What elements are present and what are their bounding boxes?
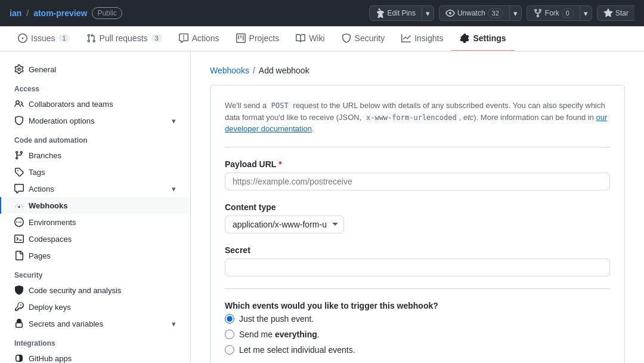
sidebar-item-general[interactable]: General xyxy=(0,61,190,78)
radio-push-input[interactable] xyxy=(225,314,234,324)
pr-icon xyxy=(86,33,96,43)
fork-dropdown[interactable]: ▾ xyxy=(580,5,592,21)
sidebar-item-environments[interactable]: Environments xyxy=(0,214,190,230)
edit-pins-label: Edit Pins xyxy=(388,9,416,17)
tab-settings-label: Settings xyxy=(473,33,506,43)
fork-group: Fork 0 ▾ xyxy=(527,5,592,21)
sidebar-section-access: Access xyxy=(0,78,190,96)
secret-input[interactable] xyxy=(225,259,610,276)
sidebar-section-code: Code and automation xyxy=(0,129,190,147)
sidebar-github-apps-label: GitHub apps xyxy=(29,354,72,363)
sidebar-item-codespaces[interactable]: Codespaces xyxy=(0,230,190,247)
sidebar-item-secrets[interactable]: Secrets and variables ▾ xyxy=(0,315,190,332)
payload-url-group: Payload URL * xyxy=(225,159,610,190)
form-description: We'll send a POST request to the URL bel… xyxy=(225,100,610,147)
radio-push-event[interactable]: Just the push event. xyxy=(225,314,610,324)
content-type-label: Content type xyxy=(225,202,610,212)
sidebar-item-actions[interactable]: Actions ▾ xyxy=(0,180,190,197)
sidebar-actions-label: Actions xyxy=(29,184,54,193)
sidebar-item-webhooks[interactable]: Webhooks xyxy=(0,197,190,214)
gear-icon xyxy=(14,64,24,74)
fork-icon xyxy=(533,8,543,18)
edit-pins-group: Edit Pins ▾ xyxy=(369,5,434,21)
secrets-expand-icon: ▾ xyxy=(172,319,176,328)
unwatch-button[interactable]: Unwatch 32 xyxy=(439,5,509,21)
unwatch-dropdown[interactable]: ▾ xyxy=(509,5,522,21)
edit-pins-button[interactable]: Edit Pins xyxy=(369,5,422,21)
star-label: Star xyxy=(615,9,628,17)
env-icon xyxy=(14,217,24,227)
webhook-icon xyxy=(14,201,24,210)
insights-icon xyxy=(401,33,411,43)
visibility-badge: Public xyxy=(92,7,122,19)
tab-issues[interactable]: Issues 1 xyxy=(10,26,78,51)
sidebar-deploy-keys-label: Deploy keys xyxy=(29,303,71,312)
security-tab-icon xyxy=(342,33,351,43)
tab-pull-requests[interactable]: Pull requests 3 xyxy=(78,26,171,51)
sidebar-section-integrations: Integrations xyxy=(0,332,190,350)
topbar-actions: Edit Pins ▾ Unwatch 32 ▾ Fork 0 ▾ Star xyxy=(369,5,634,21)
sidebar-item-collaborators[interactable]: Collaborators and teams xyxy=(0,96,190,112)
tab-settings[interactable]: Settings xyxy=(451,26,514,51)
radio-individual-input[interactable] xyxy=(225,345,234,355)
settings-icon xyxy=(460,33,469,43)
breadcrumb-separator: / xyxy=(253,66,255,75)
edit-pins-dropdown[interactable]: ▾ xyxy=(422,5,434,21)
radio-everything-input[interactable] xyxy=(225,330,234,339)
unwatch-label: Unwatch xyxy=(457,9,485,17)
actions-icon xyxy=(14,184,24,193)
codespaces-icon xyxy=(14,234,24,244)
star-group: Star xyxy=(597,5,634,21)
sidebar-environments-label: Environments xyxy=(29,218,76,227)
repo-header: ian / atom-preview Public xyxy=(10,7,122,19)
tab-projects[interactable]: Projects xyxy=(228,26,288,51)
tab-insights[interactable]: Insights xyxy=(393,26,451,51)
tab-actions[interactable]: Actions xyxy=(171,26,228,51)
sidebar-section-security: Security xyxy=(0,264,190,282)
content-type-select[interactable]: application/x-www-form-urlencoded applic… xyxy=(225,216,344,233)
actions-tab-icon xyxy=(179,33,188,43)
breadcrumb-parent[interactable]: Webhooks xyxy=(210,66,249,75)
sidebar-item-deploy-keys[interactable]: Deploy keys xyxy=(0,299,190,315)
repo-owner[interactable]: ian xyxy=(10,8,21,18)
sidebar-webhooks-label: Webhooks xyxy=(29,201,68,210)
sidebar-collaborators-label: Collaborators and teams xyxy=(29,100,113,109)
tab-issues-label: Issues xyxy=(31,33,55,43)
star-icon xyxy=(603,8,613,18)
sidebar-branches-label: Branches xyxy=(29,151,61,160)
sidebar-pages-label: Pages xyxy=(29,251,51,260)
breadcrumb: Webhooks / Add webhook xyxy=(210,66,625,75)
issues-icon xyxy=(18,33,27,43)
secret-group: Secret xyxy=(225,245,610,276)
events-label: Which events would you like to trigger t… xyxy=(225,301,610,310)
sidebar-item-code-security[interactable]: Code security and analysis xyxy=(0,282,190,299)
sidebar-moderation-label: Moderation options xyxy=(29,116,95,125)
sidebar-codespaces-label: Codespaces xyxy=(29,235,72,244)
payload-url-input[interactable] xyxy=(225,173,610,190)
main-content: Webhooks / Add webhook We'll send a POST… xyxy=(191,51,644,363)
sidebar-general-label: General xyxy=(29,65,56,74)
content-type-group: Content type application/x-www-form-urle… xyxy=(225,202,610,233)
sidebar-item-pages[interactable]: Pages xyxy=(0,247,190,264)
actions-expand-icon: ▾ xyxy=(172,184,176,193)
payload-url-label: Payload URL * xyxy=(225,159,610,169)
sidebar-code-security-label: Code security and analysis xyxy=(29,286,121,295)
repo-name[interactable]: atom-preview xyxy=(33,8,87,18)
sidebar-item-branches[interactable]: Branches xyxy=(0,147,190,164)
sidebar-item-github-apps[interactable]: GitHub apps xyxy=(0,350,190,363)
sidebar-item-tags[interactable]: Tags xyxy=(0,164,190,180)
fork-button[interactable]: Fork 0 xyxy=(527,5,580,21)
required-indicator: * xyxy=(278,159,281,169)
shield-icon xyxy=(14,116,24,125)
tab-wiki[interactable]: Wiki xyxy=(287,26,333,51)
key-icon xyxy=(14,302,24,312)
tab-insights-label: Insights xyxy=(414,33,443,43)
radio-everything[interactable]: Send me everything. xyxy=(225,330,610,339)
code-security-icon xyxy=(14,285,24,295)
pages-icon xyxy=(14,251,24,260)
radio-individual[interactable]: Let me select individual events. xyxy=(225,345,610,355)
star-button[interactable]: Star xyxy=(597,5,634,21)
tab-security[interactable]: Security xyxy=(333,26,394,51)
sidebar-item-moderation[interactable]: Moderation options ▾ xyxy=(0,112,190,129)
form-divider xyxy=(225,288,610,289)
